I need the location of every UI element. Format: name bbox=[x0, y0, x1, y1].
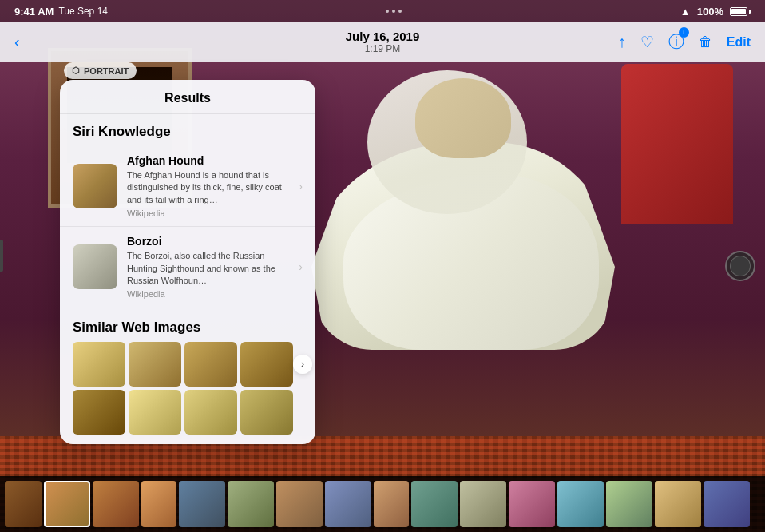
home-button-inner bbox=[730, 256, 751, 276]
borzoi-name: Borzoi bbox=[127, 235, 294, 248]
edit-button[interactable]: Edit bbox=[727, 35, 751, 50]
status-bar-center bbox=[386, 10, 402, 13]
afghan-name: Afghan Hound bbox=[127, 154, 294, 167]
results-header: Results bbox=[60, 80, 315, 114]
filmstrip-thumb-9[interactable] bbox=[411, 481, 458, 527]
web-image-2[interactable] bbox=[129, 342, 181, 387]
afghan-text: Afghan Hound The Afghan Hound is a hound… bbox=[127, 154, 294, 218]
time-display: 9:41 AM bbox=[14, 6, 54, 18]
web-image-4[interactable] bbox=[240, 342, 293, 387]
borzoi-chevron-icon: › bbox=[299, 260, 303, 273]
web-image-1[interactable] bbox=[73, 342, 125, 387]
filmstrip-thumb-3[interactable] bbox=[141, 481, 176, 527]
filmstrip-thumb-15[interactable] bbox=[704, 481, 750, 527]
afghan-source: Wikipedia bbox=[127, 208, 294, 218]
trash-button[interactable]: 🗑 bbox=[699, 34, 712, 50]
web-image-8[interactable] bbox=[240, 390, 293, 435]
wifi-icon: ▲ bbox=[680, 6, 691, 18]
date-display: Tue Sep 14 bbox=[58, 6, 108, 17]
web-images-title: Similar Web Images bbox=[60, 310, 315, 342]
web-image-3[interactable] bbox=[184, 342, 237, 387]
filmstrip-thumb-1[interactable] bbox=[44, 481, 90, 527]
results-panel: Results Siri Knowledge Afghan Hound The … bbox=[60, 80, 315, 444]
filmstrip-thumb-4[interactable] bbox=[179, 481, 225, 527]
knowledge-item-borzoi[interactable]: Borzoi The Borzoi, also called the Russi… bbox=[60, 227, 315, 307]
portrait-label: PORTRAIT bbox=[84, 66, 129, 76]
borzoi-text: Borzoi The Borzoi, also called the Russi… bbox=[127, 235, 294, 299]
volume-button[interactable] bbox=[0, 240, 3, 272]
results-body: Siri Knowledge Afghan Hound The Afghan H… bbox=[60, 114, 315, 444]
borzoi-thumb-image bbox=[73, 244, 117, 289]
filmstrip-thumb-13[interactable] bbox=[606, 481, 652, 527]
web-image-6[interactable] bbox=[129, 390, 181, 435]
siri-knowledge-title: Siri Knowledge bbox=[60, 114, 315, 146]
web-image-7[interactable] bbox=[184, 390, 237, 435]
afghan-thumbnail bbox=[73, 164, 117, 208]
status-bar: 9:41 AM Tue Sep 14 ▲ 100% bbox=[0, 0, 765, 22]
favorite-button[interactable]: ♡ bbox=[640, 33, 654, 51]
borzoi-thumbnail bbox=[73, 244, 117, 289]
nav-right: ↑ ♡ ⓘ i 🗑 Edit bbox=[618, 31, 751, 53]
filmstrip-thumb-6[interactable] bbox=[276, 481, 323, 527]
web-images-row-2 bbox=[60, 390, 315, 435]
filmstrip-thumb-10[interactable] bbox=[460, 481, 506, 527]
filmstrip bbox=[0, 476, 765, 532]
share-button[interactable]: ↑ bbox=[618, 33, 626, 51]
home-button[interactable] bbox=[725, 251, 755, 281]
filmstrip-thumb-11[interactable] bbox=[509, 481, 555, 527]
portrait-icon: ⬡ bbox=[72, 66, 80, 76]
filmstrip-thumb-0[interactable] bbox=[5, 481, 42, 527]
filmstrip-thumb-5[interactable] bbox=[228, 481, 274, 527]
navigation-bar: ‹ July 16, 2019 1:19 PM ↑ ♡ ⓘ i 🗑 Edit bbox=[0, 22, 765, 62]
nav-left: ‹ bbox=[14, 30, 26, 54]
filmstrip-thumb-2[interactable] bbox=[93, 481, 139, 527]
afghan-chevron-icon: › bbox=[299, 180, 303, 193]
web-image-5[interactable] bbox=[73, 390, 125, 435]
results-title: Results bbox=[73, 91, 303, 105]
battery-percentage: 100% bbox=[697, 6, 723, 18]
web-images-arrow-button[interactable]: › bbox=[293, 355, 312, 374]
knowledge-item-afghan[interactable]: Afghan Hound The Afghan Hound is a hound… bbox=[60, 146, 315, 227]
filmstrip-thumb-7[interactable] bbox=[325, 481, 371, 527]
portrait-badge: ⬡ PORTRAIT bbox=[64, 62, 137, 79]
arrow-right-icon: › bbox=[301, 359, 304, 370]
back-button[interactable]: ‹ bbox=[14, 30, 26, 54]
dog-head bbox=[415, 78, 511, 158]
borzoi-description: The Borzoi, also called the Russian Hunt… bbox=[127, 250, 294, 287]
info-button[interactable]: ⓘ i bbox=[668, 31, 684, 53]
filmstrip-thumb-12[interactable] bbox=[557, 481, 604, 527]
photo-time: 1:19 PM bbox=[346, 43, 420, 54]
dog-photo bbox=[279, 62, 725, 350]
afghan-thumb-image bbox=[73, 164, 117, 208]
borzoi-source: Wikipedia bbox=[127, 289, 294, 299]
afghan-description: The Afghan Hound is a hound that is dist… bbox=[127, 169, 294, 206]
web-images-section: Similar Web Images › bbox=[60, 307, 315, 438]
photo-date: July 16, 2019 bbox=[346, 30, 420, 43]
filmstrip-thumb-8[interactable] bbox=[374, 481, 409, 527]
nav-center: July 16, 2019 1:19 PM bbox=[346, 30, 420, 54]
status-bar-left: 9:41 AM Tue Sep 14 bbox=[14, 6, 108, 18]
info-badge: i bbox=[679, 27, 689, 38]
battery-icon bbox=[730, 7, 751, 16]
status-bar-right: ▲ 100% bbox=[680, 6, 751, 18]
filmstrip-thumb-14[interactable] bbox=[655, 481, 701, 527]
web-images-row-1 bbox=[73, 342, 303, 387]
